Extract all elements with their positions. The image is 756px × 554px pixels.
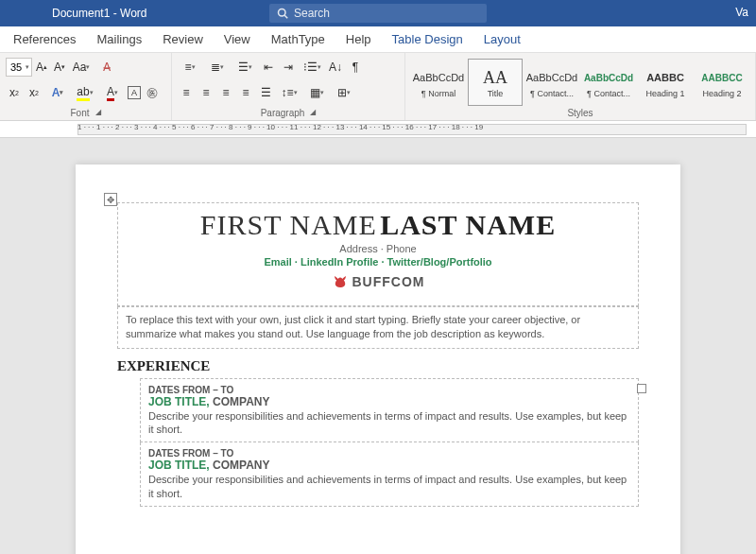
entry-jobtitle[interactable]: JOB TITLE, bbox=[148, 395, 210, 408]
styles-group: AaBbCcDd¶ Normal AATitle AaBbCcDd¶ Conta… bbox=[405, 53, 756, 120]
styles-group-label: Styles bbox=[567, 108, 593, 118]
bull-icon bbox=[332, 273, 349, 290]
bullets-icon[interactable]: ≡▾ bbox=[178, 59, 202, 76]
ribbon: 35▾ A▴ A▾ Aa▾ A̶ x2 x2 A▾ ab▾ A▾ A ㊩ Fon… bbox=[0, 53, 756, 121]
tab-review[interactable]: Review bbox=[163, 32, 203, 46]
show-marks-icon[interactable]: ¶ bbox=[347, 59, 364, 76]
summary-cell[interactable]: To replace this text with your own, just… bbox=[117, 306, 639, 349]
grow-font-icon[interactable]: A▴ bbox=[33, 59, 50, 76]
address-line[interactable]: Address · Phone bbox=[126, 243, 630, 254]
paragraph-dialog-icon[interactable]: ◢ bbox=[310, 108, 316, 118]
search-placeholder: Search bbox=[294, 7, 330, 20]
experience-heading[interactable]: EXPERIENCE bbox=[117, 358, 639, 374]
font-dialog-icon[interactable]: ◢ bbox=[95, 108, 101, 118]
shrink-font-icon[interactable]: A▾ bbox=[51, 59, 68, 76]
font-color-icon[interactable]: A▾ bbox=[100, 84, 125, 101]
font-group: 35▾ A▴ A▾ Aa▾ A̶ x2 x2 A▾ ab▾ A▾ A ㊩ Fon… bbox=[0, 53, 172, 120]
borders-icon[interactable]: ⊞▾ bbox=[332, 84, 356, 101]
paragraph-group-label: Paragraph bbox=[261, 108, 305, 118]
align-right-icon[interactable]: ≡ bbox=[217, 84, 234, 101]
increase-indent-icon[interactable]: ⇥ bbox=[280, 59, 297, 76]
justify-icon[interactable]: ≡ bbox=[237, 84, 254, 101]
style-heading1[interactable]: AABBCHeading 1 bbox=[638, 59, 693, 106]
decrease-indent-icon[interactable]: ⇤ bbox=[260, 59, 277, 76]
last-name[interactable]: LAST NAME bbox=[380, 209, 556, 240]
line-spacing-icon[interactable]: ↕≡▾ bbox=[277, 84, 301, 101]
entry-jobtitle[interactable]: JOB TITLE, bbox=[148, 459, 210, 472]
entry-company[interactable]: COMPANY bbox=[213, 459, 269, 472]
text-effects-icon[interactable]: A▾ bbox=[45, 84, 70, 101]
enclose-characters-icon[interactable]: ㊩ bbox=[144, 84, 161, 101]
font-size-input[interactable]: 35▾ bbox=[6, 58, 32, 77]
search-icon bbox=[277, 8, 288, 19]
entry-dates[interactable]: DATES FROM – TO bbox=[148, 448, 630, 459]
experience-entry[interactable]: DATES FROM – TO JOB TITLE, COMPANY Descr… bbox=[140, 442, 639, 507]
table-move-handle-icon[interactable]: ✥ bbox=[104, 193, 117, 206]
superscript-icon[interactable]: x2 bbox=[26, 84, 43, 101]
first-name[interactable]: FIRST NAME bbox=[200, 209, 377, 240]
entry-company[interactable]: COMPANY bbox=[213, 395, 269, 408]
numbering-icon[interactable]: ≣▾ bbox=[205, 59, 230, 76]
font-group-label: Font bbox=[71, 108, 90, 118]
titlebar: Document1 - Word Search Va bbox=[0, 0, 756, 26]
experience-entry[interactable]: DATES FROM – TO JOB TITLE, COMPANY Descr… bbox=[140, 378, 639, 443]
style-contact1[interactable]: AaBbCcDd¶ Contact... bbox=[524, 59, 579, 106]
style-normal[interactable]: AaBbCcDd¶ Normal bbox=[411, 59, 466, 106]
links-line[interactable]: Email · LinkedIn Profile · Twitter/Blog/… bbox=[264, 256, 491, 268]
distributed-icon[interactable]: ☰ bbox=[257, 84, 274, 101]
ribbon-tabs: References Mailings Review View MathType… bbox=[0, 26, 756, 53]
character-border-icon[interactable]: A bbox=[128, 86, 141, 99]
tab-view[interactable]: View bbox=[224, 32, 250, 46]
styles-gallery: AaBbCcDd¶ Normal AATitle AaBbCcDd¶ Conta… bbox=[411, 57, 749, 106]
tab-help[interactable]: Help bbox=[346, 32, 371, 46]
watermark-logo: BUFFCOM bbox=[126, 273, 630, 290]
sort-icon[interactable]: A↓ bbox=[327, 59, 344, 76]
svg-point-0 bbox=[279, 9, 286, 17]
clear-formatting-icon[interactable]: A̶ bbox=[94, 59, 119, 76]
align-center-icon[interactable]: ≡ bbox=[198, 84, 215, 101]
style-contact2[interactable]: AaBbCcDd¶ Contact... bbox=[581, 59, 636, 106]
asian-layout-icon[interactable]: ⁝☰▾ bbox=[300, 59, 324, 76]
tab-table-design[interactable]: Table Design bbox=[392, 32, 463, 46]
table-resize-handle-icon[interactable] bbox=[637, 384, 646, 393]
workspace[interactable]: ✥ FIRST NAME LAST NAME Address · Phone E… bbox=[0, 138, 756, 554]
tab-layout[interactable]: Layout bbox=[484, 32, 521, 46]
shading-icon[interactable]: ▦▾ bbox=[304, 84, 329, 101]
svg-line-1 bbox=[284, 15, 287, 18]
paragraph-group: ≡▾ ≣▾ ☰▾ ⇤ ⇥ ⁝☰▾ A↓ ¶ ≡ ≡ ≡ ≡ ☰ ↕≡▾ ▦▾ ⊞… bbox=[172, 53, 405, 120]
change-case-icon[interactable]: Aa▾ bbox=[69, 59, 94, 76]
summary-text[interactable]: To replace this text with your own, just… bbox=[126, 313, 630, 342]
subscript-icon[interactable]: x2 bbox=[6, 84, 23, 101]
tab-references[interactable]: References bbox=[13, 32, 76, 46]
header-cell[interactable]: FIRST NAME LAST NAME Address · Phone Ema… bbox=[117, 202, 639, 306]
document-title: Document1 - Word bbox=[52, 7, 146, 20]
align-left-icon[interactable]: ≡ bbox=[178, 84, 195, 101]
ruler-ticks: 1 · · · 1 · · · 2 · · · 3 · · · 4 · · · … bbox=[77, 123, 483, 131]
tab-mathtype[interactable]: MathType bbox=[271, 32, 325, 46]
entry-desc[interactable]: Describe your responsibilities and achie… bbox=[148, 409, 630, 437]
entry-desc[interactable]: Describe your responsibilities and achie… bbox=[148, 473, 630, 500]
entry-dates[interactable]: DATES FROM – TO bbox=[148, 385, 630, 395]
style-title[interactable]: AATitle bbox=[468, 59, 523, 106]
titlebar-right: Va bbox=[735, 6, 748, 19]
page[interactable]: ✥ FIRST NAME LAST NAME Address · Phone E… bbox=[76, 164, 680, 554]
tab-mailings[interactable]: Mailings bbox=[96, 32, 142, 46]
ruler[interactable]: 1 · · · 1 · · · 2 · · · 3 · · · 4 · · · … bbox=[0, 121, 756, 138]
multilevel-list-icon[interactable]: ☰▾ bbox=[232, 59, 257, 76]
style-heading2[interactable]: AABBCCHeading 2 bbox=[695, 59, 749, 106]
search-box[interactable]: Search bbox=[269, 4, 487, 23]
highlight-icon[interactable]: ab▾ bbox=[73, 84, 97, 101]
